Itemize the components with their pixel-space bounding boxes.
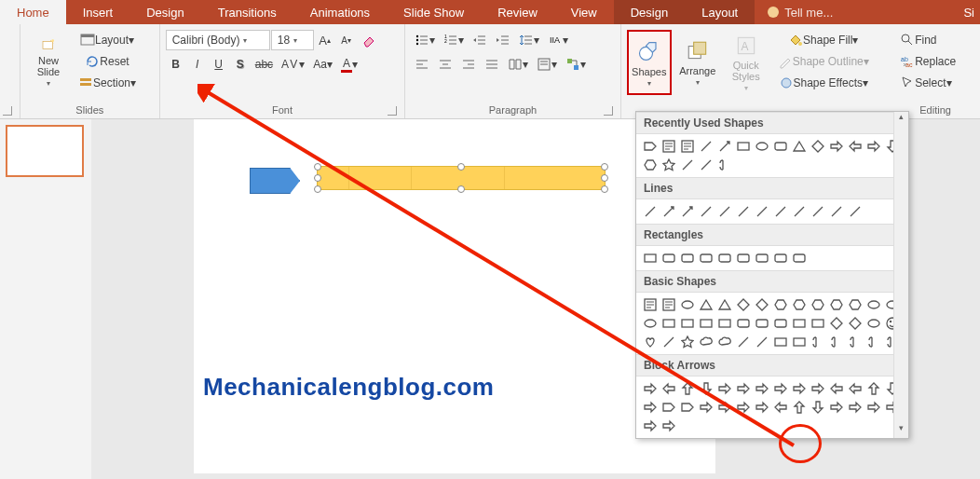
shape-ba11[interactable]	[847, 380, 864, 397]
shape-effects-button[interactable]: Shape Effects▾	[774, 73, 873, 93]
shape-b12[interactable]	[865, 296, 882, 313]
char-spacing-button[interactable]: AV▾	[278, 54, 308, 75]
shape-b19[interactable]	[735, 315, 752, 332]
shrink-font-button[interactable]: A▾	[336, 30, 357, 50]
shape-l3[interactable]	[679, 203, 696, 220]
shape-l1[interactable]	[642, 203, 659, 220]
shape-round-rect[interactable]	[772, 138, 789, 155]
shape-ba10[interactable]	[828, 380, 845, 397]
shape-r4[interactable]	[698, 250, 715, 267]
font-name-combo[interactable]: Calibri (Body)▾	[166, 30, 270, 50]
shape-ba28[interactable]	[642, 417, 659, 434]
align-center-button[interactable]	[434, 54, 456, 75]
shape-r7[interactable]	[754, 250, 770, 267]
shape-l7[interactable]	[754, 203, 770, 220]
new-slide-button[interactable]: New Slide ▾	[26, 30, 71, 95]
justify-button[interactable]	[481, 54, 503, 75]
font-dialog-launcher[interactable]	[388, 106, 397, 116]
shape-r9[interactable]	[791, 250, 808, 267]
italic-button[interactable]: I	[187, 54, 208, 75]
sign-in[interactable]: Si	[958, 0, 980, 24]
shape-ba2[interactable]	[679, 380, 696, 397]
shape-b21[interactable]	[772, 315, 789, 332]
shape-b4[interactable]	[716, 296, 733, 313]
shape-b33[interactable]	[735, 334, 752, 350]
grow-font-button[interactable]: A▴	[315, 30, 335, 50]
smartart-button[interactable]: ▾	[562, 54, 590, 75]
shape-ba18[interactable]	[716, 399, 733, 416]
shape-vtextbox[interactable]	[679, 138, 696, 155]
shape-l10[interactable]	[810, 203, 826, 220]
replace-button[interactable]: abacReplace	[896, 51, 960, 72]
change-case-button[interactable]: Aa▾	[309, 54, 336, 75]
shape-star[interactable]	[660, 157, 677, 173]
shape-b28[interactable]	[642, 334, 659, 350]
shape-b6[interactable]	[754, 296, 770, 313]
paragraph-dialog-launcher[interactable]	[604, 106, 613, 116]
shape-ba9[interactable]	[810, 380, 826, 397]
shape-b35[interactable]	[772, 334, 789, 350]
shape-selected-bar[interactable]: ﾠ	[317, 166, 606, 190]
shape-b15[interactable]	[660, 315, 677, 332]
shape-diamond[interactable]	[810, 138, 826, 155]
shape-r5[interactable]	[716, 250, 733, 267]
shape-b18[interactable]	[716, 315, 733, 332]
tab-animations[interactable]: Animations	[293, 0, 387, 24]
shape-ba15[interactable]	[660, 399, 677, 416]
tab-insert[interactable]: Insert	[66, 0, 130, 24]
shape-ba25[interactable]	[847, 399, 864, 416]
shape-b20[interactable]	[754, 315, 770, 332]
shape-pentagon[interactable]	[642, 138, 659, 155]
shape-b24[interactable]	[828, 315, 845, 332]
shape-b1[interactable]	[660, 296, 677, 313]
shape-b10[interactable]	[828, 296, 845, 313]
shape-b11[interactable]	[847, 296, 864, 313]
shape-b17[interactable]	[698, 315, 715, 332]
tab-design[interactable]: Design	[129, 0, 200, 24]
shape-ba24[interactable]	[828, 399, 845, 416]
line-spacing-button[interactable]: ▾	[515, 30, 543, 50]
shape-ba6[interactable]	[754, 380, 770, 397]
font-color-button[interactable]: A▾	[337, 54, 361, 75]
shape-b29[interactable]	[660, 334, 677, 350]
tab-format-layout[interactable]: Layout	[685, 0, 755, 24]
underline-button[interactable]: U	[209, 54, 229, 75]
bullets-button[interactable]: ▾	[411, 30, 439, 50]
shape-b36[interactable]	[791, 334, 808, 350]
shape-ba3[interactable]	[698, 380, 715, 397]
shape-b40[interactable]	[865, 334, 882, 350]
shape-ba21[interactable]	[772, 399, 789, 416]
shape-elbow[interactable]	[698, 157, 715, 173]
shape-b38[interactable]	[828, 334, 845, 350]
shape-b37[interactable]	[810, 334, 826, 350]
shape-ba23[interactable]	[810, 399, 826, 416]
shape-b31[interactable]	[698, 334, 715, 350]
shape-ba4[interactable]	[716, 380, 733, 397]
shape-fill-button[interactable]: Shape Fill▾	[774, 30, 873, 50]
increase-indent-button[interactable]	[492, 30, 514, 50]
shadow-button[interactable]: S	[230, 54, 251, 75]
shapes-button[interactable]: Shapes ▾	[627, 30, 672, 95]
shape-ba12[interactable]	[865, 380, 882, 397]
shape-ba16[interactable]	[679, 399, 696, 416]
shapes-gallery[interactable]: ▴▾ Recently Used Shapes Lines Rectangles…	[635, 111, 909, 439]
font-size-combo[interactable]: 18▾	[271, 30, 314, 50]
shape-b9[interactable]	[810, 296, 826, 313]
tell-me-search[interactable]: Tell me...	[755, 0, 958, 24]
shape-line-arrow[interactable]	[716, 138, 733, 155]
shape-l6[interactable]	[735, 203, 752, 220]
shape-arrow-r[interactable]	[828, 138, 845, 155]
slide-thumbnail-1[interactable]	[6, 125, 84, 177]
clear-formatting-button[interactable]	[358, 30, 380, 50]
quick-styles-button[interactable]: A Quick Styles ▾	[724, 30, 769, 95]
strikethrough-button[interactable]: abc	[252, 54, 277, 75]
shape-b26[interactable]	[865, 315, 882, 332]
bold-button[interactable]: B	[166, 54, 186, 75]
text-direction-button[interactable]: IIA▾	[544, 30, 572, 50]
shape-r8[interactable]	[772, 250, 789, 267]
shape-ba17[interactable]	[698, 399, 715, 416]
shape-ba19[interactable]	[735, 399, 752, 416]
shape-ba7[interactable]	[772, 380, 789, 397]
shape-textbox[interactable]	[660, 138, 677, 155]
shape-ba1[interactable]	[660, 380, 677, 397]
